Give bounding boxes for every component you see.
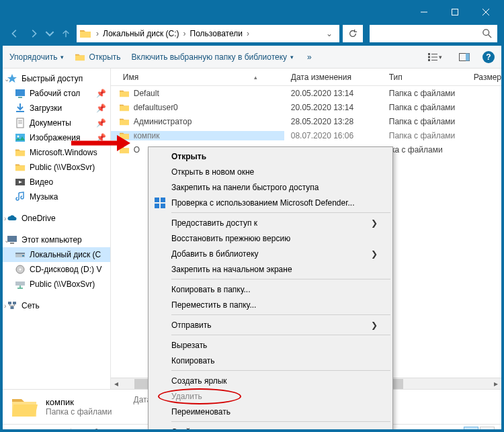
column-type[interactable]: Тип [382, 73, 467, 82]
svg-rect-14 [15, 89, 25, 96]
preview-pane-button[interactable] [453, 50, 476, 64]
tree-desktop[interactable]: Рабочий стол📌 [3, 86, 110, 101]
svg-point-4 [483, 30, 489, 36]
include-library-menu[interactable]: Включить выбранную папку в библиотеку▾ [132, 52, 294, 62]
tree-network-drive[interactable]: Public (\\VBoxSvr) [3, 277, 110, 292]
breadcrumb-segment[interactable]: Пользователи [188, 29, 245, 38]
file-row[interactable]: Администратор 28.05.2020 13:28 Папка с ф… [111, 114, 501, 128]
address-bar[interactable]: › Локальный диск (C:) › Пользователи › ⌄ [77, 25, 339, 42]
up-button[interactable] [58, 26, 74, 42]
back-button[interactable] [7, 26, 23, 42]
overflow-button[interactable]: » [307, 52, 312, 62]
svg-rect-25 [15, 253, 25, 254]
menu-pin-start[interactable]: Закрепить на начальном экране [150, 261, 391, 277]
tree-music[interactable]: Музыка [3, 189, 110, 204]
chevron-right-icon[interactable]: › [94, 29, 101, 38]
annotation-arrow [70, 132, 130, 154]
breadcrumb-segment[interactable]: Локальный диск (C:) [101, 29, 181, 38]
menu-open-new-window[interactable]: Открыть в новом окне [150, 164, 391, 179]
minimize-button[interactable] [409, 3, 439, 21]
organize-menu[interactable]: Упорядочить▾ [9, 52, 64, 62]
menu-cut[interactable]: Вырезать [150, 337, 391, 353]
menu-copy-to[interactable]: Копировать в папку... [150, 282, 391, 297]
tree-cd-drive[interactable]: CD-дисковод (D:) V [3, 262, 110, 277]
svg-point-20 [17, 136, 19, 138]
chevron-right-icon[interactable]: › [181, 29, 188, 38]
pane-icon [459, 53, 470, 61]
tree-item[interactable]: Public (\\VBoxSvr) [3, 160, 110, 175]
navigation-tree: ⌄ Быстрый доступ Рабочий стол📌 Загрузки📌… [3, 69, 111, 389]
navbar: › Локальный диск (C:) › Пользователи › ⌄ [3, 21, 501, 46]
drive-icon [15, 249, 26, 260]
chevron-right-icon: ❯ [371, 249, 378, 259]
refresh-button[interactable] [343, 25, 363, 42]
collapse-icon[interactable]: ⌄ [4, 75, 9, 83]
svg-rect-32 [11, 306, 14, 309]
tree-quick-access[interactable]: ⌄ Быстрый доступ [3, 71, 110, 86]
details-icon [467, 429, 475, 433]
tree-network[interactable]: ›Сеть [3, 298, 110, 313]
forward-button[interactable] [26, 26, 42, 42]
svg-rect-10 [431, 56, 437, 57]
menu-create-shortcut[interactable]: Создать ярлык [150, 373, 391, 388]
chevron-right-icon: ❯ [371, 218, 378, 228]
svg-rect-23 [10, 243, 14, 244]
help-button[interactable]: ? [482, 51, 495, 63]
expand-icon[interactable]: › [4, 215, 6, 222]
details-view-button[interactable] [464, 427, 478, 433]
svg-rect-30 [8, 302, 11, 304]
scroll-right-icon[interactable]: ▸ [490, 378, 501, 390]
menu-defender-scan[interactable]: Проверка с использованием Microsoft Defe… [150, 195, 391, 210]
menu-send-to[interactable]: Отправить❯ [150, 317, 391, 333]
menu-rename[interactable]: Переименовать [150, 404, 391, 419]
expand-icon[interactable]: › [4, 302, 6, 310]
chevron-right-icon[interactable]: › [245, 29, 251, 38]
svg-rect-26 [22, 255, 24, 257]
file-row[interactable]: Default 20.05.2020 13:14 Папка с файлами [111, 86, 501, 100]
menu-move-to[interactable]: Переместить в папку... [150, 297, 391, 312]
details-type: Папка с файлами [46, 407, 112, 417]
list-icon [428, 53, 437, 61]
desktop-icon [15, 88, 26, 99]
column-name[interactable]: Имя▴ [111, 73, 284, 82]
search-input[interactable] [370, 25, 497, 42]
tree-local-disk[interactable]: Локальный диск (C [3, 247, 110, 262]
file-row[interactable]: компик 08.07.2020 16:06 Папка с файлами [111, 128, 501, 142]
titlebar [3, 3, 501, 21]
scroll-left-icon[interactable]: ◂ [111, 378, 122, 390]
icons-view-button[interactable] [480, 427, 495, 433]
maximize-button[interactable] [439, 3, 470, 21]
menu-give-access[interactable]: Предоставить доступ к❯ [150, 215, 391, 230]
tree-downloads[interactable]: Загрузки📌 [3, 101, 110, 116]
tree-onedrive[interactable]: ›OneDrive [3, 211, 110, 226]
defender-icon [154, 197, 166, 209]
svg-rect-42 [155, 204, 159, 208]
address-dropdown[interactable]: ⌄ [322, 29, 337, 38]
folder-icon [119, 103, 130, 112]
column-size[interactable]: Размер [467, 73, 501, 82]
open-button[interactable]: Открыть [75, 52, 120, 62]
menu-pin-quick-access[interactable]: Закрепить на панели быстрого доступа [150, 179, 391, 195]
svg-rect-40 [155, 198, 159, 202]
tree-documents[interactable]: Документы📌 [3, 116, 110, 130]
disc-icon [15, 264, 26, 275]
view-options-button[interactable]: ▾ [423, 50, 446, 64]
folder-icon [79, 28, 91, 39]
file-row[interactable]: defaultuser0 20.05.2020 13:14 Папка с фа… [111, 100, 501, 114]
svg-rect-31 [13, 302, 16, 304]
collapse-icon[interactable]: ⌄ [4, 236, 9, 244]
column-headers: Имя▴ Дата изменения Тип Размер [111, 69, 501, 86]
svg-rect-15 [18, 97, 22, 98]
pin-icon: 📌 [96, 118, 106, 128]
close-button[interactable] [470, 3, 501, 21]
menu-restore-version[interactable]: Восстановить прежнюю версию [150, 230, 391, 246]
menu-open[interactable]: Открыть [150, 148, 391, 164]
music-icon [15, 191, 26, 202]
svg-rect-1 [452, 9, 458, 15]
history-dropdown[interactable] [44, 26, 55, 42]
tree-this-pc[interactable]: ⌄Этот компьютер [3, 232, 110, 247]
column-date[interactable]: Дата изменения [284, 73, 382, 82]
tree-videos[interactable]: Видео [3, 175, 110, 189]
menu-copy[interactable]: Копировать [150, 353, 391, 368]
menu-add-library[interactable]: Добавить в библиотеку❯ [150, 246, 391, 261]
